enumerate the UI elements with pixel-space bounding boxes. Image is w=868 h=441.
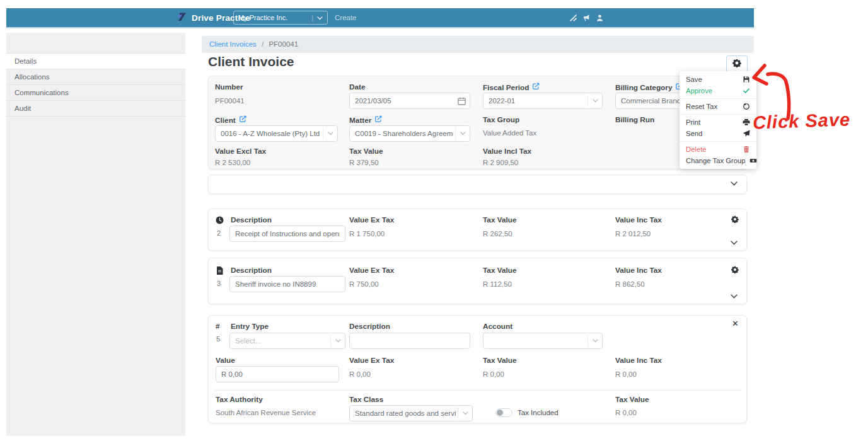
chevron-down-icon[interactable] [731,290,738,301]
select-divider: | [311,14,313,21]
remove-entry-button[interactable]: ✕ [732,319,739,328]
billing-run-label: Billing Run [615,115,654,124]
menu-item-change-tax-group[interactable]: Change Tax Group [680,155,756,166]
chevron-down-icon [455,127,470,140]
hash-label: # [216,322,220,331]
menu-item-delete[interactable]: Delete [680,144,756,155]
tax-value-value: R 379,50 [349,159,379,166]
sidebar-item-audit[interactable]: Audit [6,101,185,117]
chevron-down-icon [330,335,345,347]
sidebar-item-details[interactable]: Details [6,54,185,69]
chevron-down-icon [323,127,337,140]
client-value: 0016 - A-Z Wholesale (Pty) Ltd [221,126,321,141]
value-ex-tax-value: R 750,00 [349,280,379,288]
fiscal-period-label-text: Fiscal Period [483,83,529,92]
chevron-down-icon [587,335,602,347]
tax-value-label: Tax Value [483,215,517,224]
edit-icon[interactable] [374,115,382,125]
value-input[interactable] [216,366,339,382]
change-tax-group-label: Change Tax Group [686,157,746,164]
chevron-down-icon [458,407,472,420]
line-item-gear-button[interactable] [731,265,739,276]
tax-included-toggle[interactable] [495,408,512,417]
line-item-number: 3 [217,280,221,287]
send-icon [743,130,750,137]
entry-type-select[interactable]: Select... [229,333,345,349]
menu-item-send[interactable]: Send [680,128,756,139]
menu-item-save[interactable]: Save [680,74,756,85]
matter-value: C0019 - Shareholders Agreement: A... [355,126,453,141]
client-invoice-page: Drive Practice My Practice Inc. | Create [0,0,868,441]
line-item-card: 3 Description Value Ex Tax R 750,00 Tax … [208,258,747,304]
gear-icon [732,59,741,70]
description-label: Description [349,322,390,331]
invoice-number: PF00041 [215,97,245,105]
value-label: Value [216,356,235,365]
description-input[interactable] [229,226,345,242]
drive-practice-logo-icon [175,11,188,25]
date-field[interactable] [349,93,470,109]
menu-item-approve[interactable]: Approve [680,85,756,96]
collapsed-line-item-card [208,175,747,194]
edit-icon[interactable] [532,83,540,92]
billing-category-label: Billing Category [615,83,683,92]
tax-value-label: Tax Value [483,266,517,275]
menu-divider [680,114,756,115]
date-input[interactable] [349,93,470,109]
invoice-header-card: Number PF00041 Date Fiscal Period 2022-0… [208,76,747,169]
billing-category-label-text: Billing Category [615,83,672,92]
menu-item-reset-tax[interactable]: Reset Tax [680,101,756,112]
value-inc-tax-label: Value Inc Tax [615,266,662,275]
value-ex-tax-label: Value Ex Tax [349,215,394,224]
entry-type-label: Entry Type [231,322,269,331]
account-select[interactable] [483,333,603,349]
line-item-number: 2 [217,229,221,237]
tax-value-value: R 0,00 [483,370,504,378]
tax-group-label: Tax Group [483,115,519,124]
line-item-gear-button[interactable] [731,214,739,226]
tax-value-label: Tax Value [483,356,517,365]
entry-description-input[interactable] [349,333,470,349]
matter-label: Matter [349,115,382,125]
value-ex-tax-label: Value Ex Tax [349,266,394,275]
sidebar-item-communications[interactable]: Communications [6,85,185,101]
value-excl-tax-value: R 2 530,00 [215,159,250,166]
breadcrumb-link-client-invoices[interactable]: Client Invoices [209,40,257,48]
chevron-down-icon [587,94,602,107]
edit-icon[interactable] [239,115,246,125]
value-inc-tax-label: Value Inc Tax [615,356,662,365]
divider [215,390,741,391]
client-label: Client [215,115,246,125]
megaphone-icon[interactable] [582,14,591,22]
chevron-down-icon[interactable] [731,236,738,248]
tax-value-label: Tax Value [349,147,383,156]
breadcrumb-current: PF00041 [269,40,298,48]
menu-item-print[interactable]: Print [680,117,756,128]
description-label: Description [231,215,272,224]
tax-class-select[interactable]: Standard rated goods and services -... [349,405,473,421]
user-icon[interactable] [596,14,604,22]
client-select[interactable]: 0016 - A-Z Wholesale (Pty) Ltd [215,125,338,142]
tax-class-value: Standard rated goods and services -... [355,406,456,421]
value-ex-tax-value: R 1 750,00 [349,230,385,238]
fiscal-period-select[interactable]: 2022-01 [483,93,603,109]
description-input[interactable] [229,276,345,292]
value-ex-tax-label: Value Ex Tax [349,356,394,365]
entry-row-number: 5 [216,335,220,343]
sidebar-item-allocations[interactable]: Allocations [6,69,185,85]
value-inc-tax-label: Value Inc Tax [615,215,662,224]
save-label: Save [686,76,702,83]
tax-authority-value: South African Revenue Service [216,409,316,416]
matter-select[interactable]: C0019 - Shareholders Agreement: A... [349,125,470,142]
chevron-down-icon[interactable] [731,177,738,188]
topbar-icon-group [569,14,604,22]
line-item-card: 2 Description Value Ex Tax R 1 750,00 Ta… [208,209,747,251]
new-entry-card: # Entry Type Description Account ✕ 5 Sel… [208,315,747,423]
value-incl-tax-label: Value Incl Tax [483,147,531,156]
trash-icon [743,146,750,153]
actions-gear-button[interactable] [726,55,748,72]
company-select[interactable]: My Practice Inc. | [233,11,328,25]
tools-icon[interactable] [569,14,577,22]
create-menu[interactable]: Create [335,14,357,21]
tax-class-label: Tax Class [349,395,383,404]
